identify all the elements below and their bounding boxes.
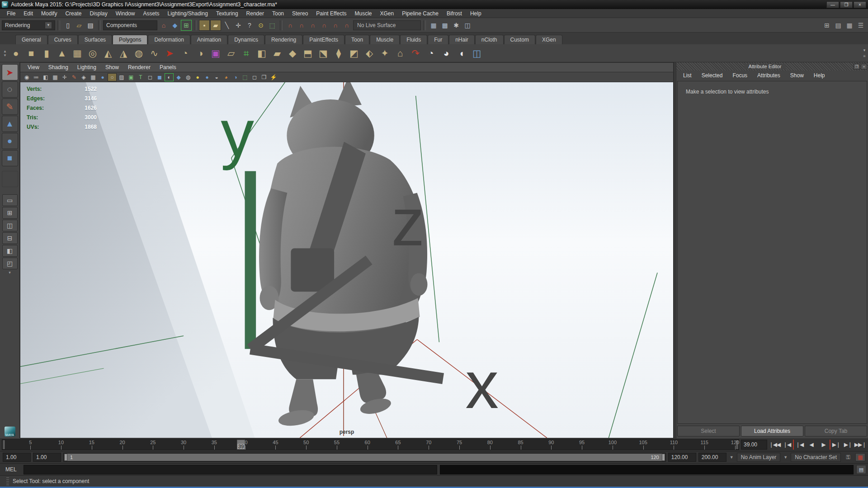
vertex-mask-icon[interactable]: ▪ — [199, 20, 210, 31]
animation-start-field[interactable]: 1.00 — [3, 453, 31, 462]
shelf-tab[interactable]: Animation — [191, 35, 227, 44]
smooth-shade-icon[interactable]: ◐ — [165, 73, 174, 81]
resolution-gate-icon[interactable]: ▦ — [89, 73, 98, 81]
minimize-button[interactable]: — — [826, 1, 839, 8]
ae-menu-item[interactable]: Help — [809, 70, 830, 80]
poly-pyramid-icon[interactable]: ◮ — [116, 46, 131, 61]
viewport-canvas[interactable]: Verts: 1522 Edges: 3146 Faces: 1626 Tris… — [20, 82, 674, 438]
menu-item[interactable]: XGen — [376, 9, 398, 18]
bridge-icon[interactable]: ⬔ — [316, 46, 331, 61]
ae-menu-item[interactable]: Selected — [697, 70, 728, 80]
scale-tool[interactable]: ■ — [2, 150, 18, 166]
shelf-tab[interactable]: Toon — [345, 35, 369, 44]
shelf-tab[interactable]: Fur — [428, 35, 448, 44]
anim-layer-selector[interactable]: No Anim Layer — [737, 453, 781, 462]
shelf-up-icon[interactable]: ▲ — [3, 49, 7, 53]
menu-item[interactable]: Stereo — [288, 9, 312, 18]
textured-icon[interactable]: ◆ — [174, 73, 183, 81]
default-lighting-icon[interactable]: ● — [193, 73, 202, 81]
shelf-tab[interactable]: Deformation — [148, 35, 190, 44]
playback-end-field[interactable]: 120.00 — [668, 453, 696, 462]
ae-close-button[interactable]: × — [861, 64, 867, 70]
layout-outliner-persp-button[interactable]: ◧ — [2, 245, 18, 257]
menu-item[interactable]: Texturing — [212, 9, 242, 18]
modeling-toolkit-toggle-icon[interactable]: ⊞ — [821, 20, 832, 31]
exposure-icon[interactable]: ⚡ — [269, 73, 278, 81]
make-live-icon[interactable]: ∩ — [341, 20, 352, 31]
select-camera-icon[interactable]: ◉ — [22, 73, 31, 81]
append-polygon-icon[interactable]: ➤ — [162, 46, 177, 61]
shelf-tab[interactable]: Fluids — [400, 35, 427, 44]
shaded-icon[interactable]: ◼ — [155, 73, 164, 81]
camera-attributes-icon[interactable]: ≔ — [32, 73, 41, 81]
motion-blur-icon[interactable]: ◑ — [231, 73, 240, 81]
isolate-select-icon[interactable]: ⬚ — [241, 73, 250, 81]
menu-item[interactable]: Help — [466, 9, 486, 18]
play-forwards-button[interactable]: ▶ — [817, 440, 830, 450]
playback-start-field[interactable]: 1.00 — [33, 453, 61, 462]
select-tool[interactable]: ➤ — [2, 64, 18, 80]
layout-two-stack-button[interactable]: ⊟ — [2, 232, 18, 244]
panel-menu-item[interactable]: Shading — [44, 62, 73, 72]
rotate-tool[interactable]: ● — [2, 133, 18, 149]
shelf-tab[interactable]: Rendering — [265, 35, 302, 44]
layout-single-pane-button[interactable]: ▭ — [2, 194, 18, 206]
snap-point-icon[interactable]: ∩ — [307, 20, 318, 31]
snap-plane-icon[interactable]: ∩ — [319, 20, 330, 31]
extrude-icon[interactable]: ⧫ — [331, 46, 346, 61]
go-to-start-button[interactable]: ❘◀◀ — [769, 440, 781, 450]
shelf-tab[interactable]: nCloth — [475, 35, 504, 44]
panel-menu-item[interactable]: Lighting — [73, 62, 101, 72]
poly-plane-icon[interactable]: ▦ — [70, 46, 85, 61]
menu-item[interactable]: Window — [112, 9, 139, 18]
joints-xray-icon[interactable]: ❐ — [259, 73, 269, 81]
snap-surface-icon[interactable]: ∩ — [330, 20, 341, 31]
menu-set-dropdown[interactable]: Rendering ▼ — [2, 20, 55, 30]
separate-icon[interactable]: ⌗ — [239, 46, 254, 61]
poly-cylinder-icon[interactable]: ▮ — [39, 46, 54, 61]
menu-item[interactable]: File — [3, 9, 19, 18]
ae-menu-item[interactable]: List — [678, 70, 697, 80]
misc-mask-icon[interactable]: ? — [244, 20, 255, 31]
component-mode-icon[interactable]: ⊞ — [181, 20, 192, 31]
go-to-end-button[interactable]: ▶▶❘ — [854, 440, 866, 450]
object-mode-icon[interactable]: ◆ — [170, 20, 180, 31]
panel-menu-item[interactable]: Panels — [155, 62, 181, 72]
shelf-tab[interactable]: nHair — [449, 35, 475, 44]
poly-cone-icon[interactable]: ▲ — [54, 46, 70, 61]
range-slider[interactable]: 1 120 — [63, 453, 666, 462]
maximize-button[interactable]: ❐ — [840, 1, 853, 8]
menu-item[interactable]: Modify — [37, 9, 61, 18]
layout-graph-persp-button[interactable]: ◰ — [2, 258, 18, 269]
bevel-icon[interactable]: ⬒ — [300, 46, 316, 61]
menu-item[interactable]: Paint Effects — [312, 9, 350, 18]
poly-helix-icon[interactable]: ∿ — [146, 46, 162, 61]
layout-four-pane-button[interactable]: ⊞ — [2, 207, 18, 219]
poly-prism-icon[interactable]: ◭ — [100, 46, 116, 61]
current-frame-field[interactable]: 39.00 — [741, 440, 767, 450]
shelf-tab[interactable]: Polygons — [113, 35, 147, 44]
all-lights-icon[interactable]: ● — [203, 73, 212, 81]
menu-item[interactable]: Bifrost — [443, 9, 466, 18]
edge-mask-icon[interactable]: ▰ — [210, 20, 221, 31]
menu-item[interactable]: Assets — [139, 9, 163, 18]
shelf-down-icon[interactable]: ▼ — [3, 53, 7, 57]
render-current-frame-icon[interactable]: ▦ — [428, 20, 439, 31]
multi-cut-icon[interactable]: ⌂ — [392, 46, 408, 61]
ae-menu-item[interactable]: Show — [785, 70, 809, 80]
insert-edge-loop-icon[interactable]: ✦ — [377, 46, 392, 61]
poly-sphere-icon[interactable]: ● — [8, 46, 24, 61]
move-tool[interactable]: ▲ — [2, 116, 18, 132]
shelf-tab[interactable]: XGen — [536, 35, 562, 44]
step-forward-frame-button[interactable]: ▶❘ — [842, 440, 854, 450]
menu-item[interactable]: Render — [242, 9, 268, 18]
poly-torus-icon[interactable]: ◎ — [85, 46, 100, 61]
step-back-frame-button[interactable]: ❘◀ — [781, 440, 793, 450]
uv-checker-icon[interactable]: ◕ — [439, 46, 454, 61]
ae-float-button[interactable]: ❐ — [854, 64, 860, 70]
layout-two-side-button[interactable]: ◫ — [2, 220, 18, 231]
shelf-tab[interactable]: General — [15, 35, 47, 44]
gate-mask-icon[interactable]: ● — [98, 73, 107, 81]
menu-item[interactable]: Display — [85, 9, 111, 18]
selection-mode-dropdown[interactable]: Components — [103, 20, 157, 30]
